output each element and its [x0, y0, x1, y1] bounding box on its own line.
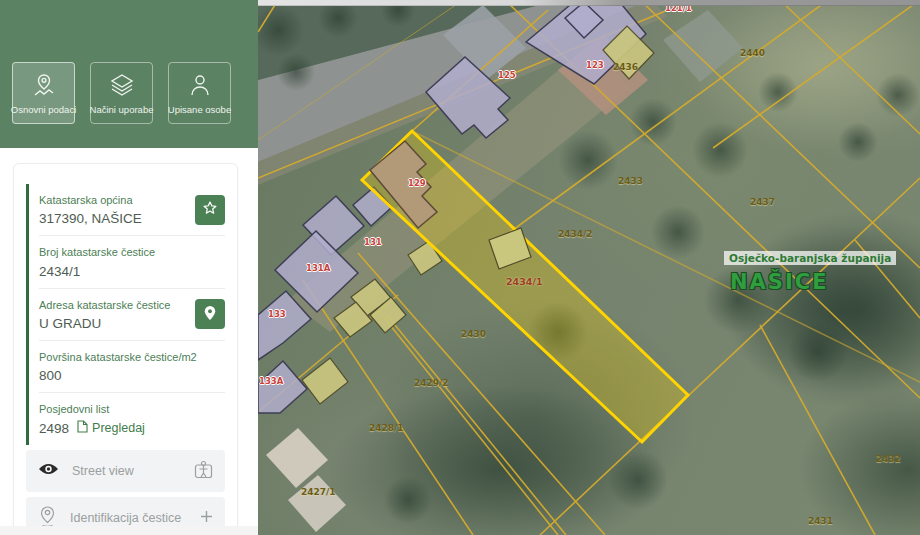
tab-label: Osnovni podaci	[11, 104, 76, 115]
street-view-row[interactable]: Street view	[26, 450, 225, 492]
field-value: 2434/1	[39, 264, 225, 279]
identifikacija-label: Identifikacija čestice	[70, 511, 200, 525]
field-label: Adresa katastarske čestice	[39, 298, 195, 312]
person-icon	[187, 72, 213, 98]
field-value: U GRADU	[39, 316, 195, 331]
parcel-info-card: Katastarska općina 317390, NAŠICE Broj k	[13, 163, 238, 535]
eye-icon	[38, 462, 59, 480]
field-label: Broj katastarske čestice	[39, 245, 225, 259]
tab-label: Načini uporabe	[90, 104, 154, 115]
pegman-icon	[194, 460, 213, 483]
field-katastarska-opcina: Katastarska općina 317390, NAŠICE	[39, 184, 225, 236]
location-pin-icon	[203, 305, 217, 324]
field-label: Površina katastarske čestice/m2	[39, 350, 225, 364]
cadastral-map[interactable]: 121/112512324362440129243324372434/21311…	[258, 0, 920, 535]
sidebar-bottom-strip	[0, 526, 258, 535]
field-label: Posjedovni list	[39, 402, 225, 416]
field-povrsina: Površina katastarske čestice/m2 800	[39, 341, 225, 393]
pregledaj-link-label: Pregledaj	[92, 421, 145, 435]
parcel-fields: Katastarska općina 317390, NAŠICE Broj k	[26, 184, 225, 445]
field-value: 2498	[39, 421, 69, 436]
tool-buttons: Osnovni podaci Načini uporabe	[0, 0, 258, 124]
field-adresa: Adresa katastarske čestice U GRADU	[39, 289, 225, 341]
favorite-button[interactable]	[195, 195, 225, 225]
map-top-scrollbar[interactable]	[258, 0, 920, 6]
field-label: Katastarska općina	[39, 193, 195, 207]
field-value: 800	[39, 368, 225, 383]
sidebar: Osnovni podaci Načini uporabe	[0, 0, 258, 535]
document-icon	[77, 420, 88, 436]
tab-label: Upisane osobe	[168, 104, 231, 115]
sidebar-header: Osnovni podaci Načini uporabe	[0, 0, 258, 148]
street-view-label: Street view	[72, 464, 194, 478]
tab-nacini-uporabe[interactable]: Načini uporabe	[90, 62, 153, 124]
cadastre-viewer: Osnovni podaci Načini uporabe	[0, 0, 920, 535]
plus-icon	[200, 509, 213, 527]
layers-icon	[109, 72, 135, 98]
person-pin-map-icon	[31, 72, 57, 98]
pregledaj-link[interactable]: Pregledaj	[77, 420, 145, 436]
tab-osnovni-podaci[interactable]: Osnovni podaci	[12, 62, 75, 124]
tab-upisane-osobe[interactable]: Upisane osobe	[168, 62, 231, 124]
field-value: 317390, NAŠICE	[39, 211, 195, 226]
map-overlay	[258, 0, 920, 535]
star-icon	[202, 200, 218, 219]
field-posjedovni-list: Posjedovni list 2498 Pregled	[39, 393, 225, 445]
field-broj-cestice: Broj katastarske čestice 2434/1	[39, 236, 225, 288]
locate-address-button[interactable]	[195, 299, 225, 329]
